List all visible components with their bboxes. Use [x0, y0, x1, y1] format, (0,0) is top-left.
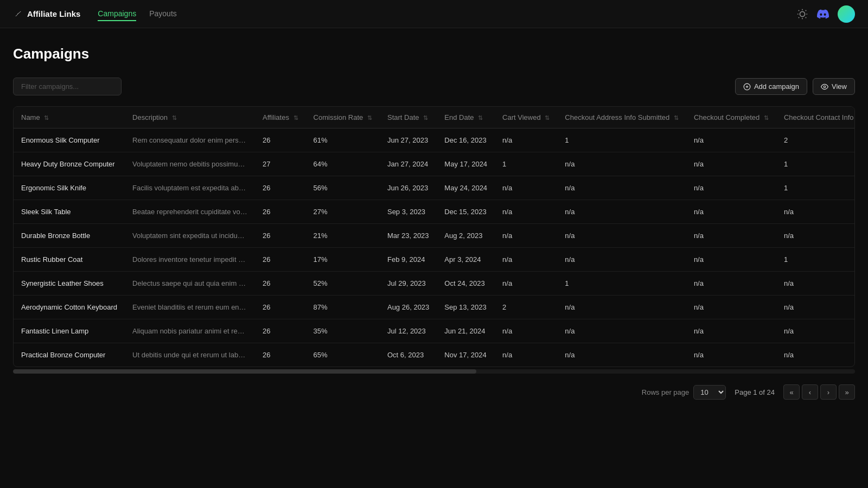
cell-affiliates: 26: [255, 272, 306, 296]
cell-name: Durable Bronze Bottle: [14, 224, 125, 248]
svg-point-4: [824, 86, 826, 88]
cell-checkout-address: n/a: [557, 224, 686, 248]
sort-commission-icon: ⇅: [367, 114, 372, 121]
page-info: Page 1 of 24: [735, 388, 775, 396]
col-affiliates[interactable]: Affiliates ⇅: [255, 107, 306, 129]
col-checkout-completed[interactable]: Checkout Completed ⇅: [686, 107, 776, 129]
sort-description-icon: ⇅: [172, 114, 177, 121]
cell-checkout-completed: n/a: [686, 152, 776, 176]
table-row[interactable]: Practical Bronze Computer Ut debitis und…: [14, 343, 855, 367]
cell-checkout-contact: n/a: [776, 224, 855, 248]
cell-cart-viewed: n/a: [495, 129, 557, 152]
nav-links: Campaigns Payouts: [98, 7, 176, 21]
add-icon: [743, 83, 751, 91]
cell-name: Fantastic Linen Lamp: [14, 319, 125, 343]
sort-checkout-completed-icon: ⇅: [764, 114, 769, 121]
filter-input[interactable]: [13, 78, 122, 95]
table-row[interactable]: Rustic Rubber Coat Dolores inventore ten…: [14, 248, 855, 272]
cell-checkout-contact: 2: [776, 129, 855, 152]
nav-brand[interactable]: ⟋ Affiliate Links: [13, 8, 80, 20]
page-title: Campaigns: [13, 46, 855, 62]
table-row[interactable]: Durable Bronze Bottle Voluptatem sint ex…: [14, 224, 855, 248]
navbar: ⟋ Affiliate Links Campaigns Payouts: [0, 0, 868, 28]
cell-end-date: May 24, 2024: [437, 176, 495, 200]
horizontal-scrollbar[interactable]: [13, 369, 855, 374]
cell-description: Aliquam nobis pariatur animi et recusand…: [125, 319, 255, 343]
cell-description: Voluptatem nemo debitis possimus minus .…: [125, 152, 255, 176]
cell-description: Ut debitis unde qui et rerum ut laborios…: [125, 343, 255, 367]
cell-start-date: Jan 27, 2024: [380, 152, 437, 176]
cell-end-date: Sep 13, 2023: [437, 296, 495, 319]
sort-affiliates-icon: ⇅: [293, 114, 298, 121]
col-checkout-address[interactable]: Checkout Address Info Submitted ⇅: [557, 107, 686, 129]
cell-commission: 21%: [306, 224, 380, 248]
cell-end-date: Jun 21, 2024: [437, 319, 495, 343]
col-commission[interactable]: Comission Rate ⇅: [306, 107, 380, 129]
last-page-button[interactable]: »: [839, 384, 855, 400]
cell-commission: 61%: [306, 129, 380, 152]
col-cart-viewed[interactable]: Cart Viewed ⇅: [495, 107, 557, 129]
cell-end-date: May 17, 2024: [437, 152, 495, 176]
sort-end-date-icon: ⇅: [478, 114, 483, 121]
table-row[interactable]: Fantastic Linen Lamp Aliquam nobis paria…: [14, 319, 855, 343]
affiliate-links-icon: ⟋: [13, 8, 23, 20]
nav-link-campaigns[interactable]: Campaigns: [98, 7, 136, 21]
cell-commission: 52%: [306, 272, 380, 296]
table-row[interactable]: Heavy Duty Bronze Computer Voluptatem ne…: [14, 152, 855, 176]
sort-checkout-address-icon: ⇅: [674, 114, 679, 121]
scrollbar-thumb: [13, 369, 476, 374]
theme-toggle-button[interactable]: [796, 8, 808, 20]
add-campaign-button[interactable]: Add campaign: [735, 78, 807, 95]
next-page-button[interactable]: ›: [820, 384, 837, 400]
table-row[interactable]: Ergonomic Silk Knife Facilis voluptatem …: [14, 176, 855, 200]
cell-checkout-completed: n/a: [686, 319, 776, 343]
cell-end-date: Nov 17, 2024: [437, 343, 495, 367]
cell-checkout-address: n/a: [557, 296, 686, 319]
cell-end-date: Apr 3, 2024: [437, 248, 495, 272]
table-row[interactable]: Enormous Silk Computer Rem consequatur d…: [14, 129, 855, 152]
cell-checkout-contact: n/a: [776, 319, 855, 343]
table-row[interactable]: Aerodynamic Cotton Keyboard Eveniet blan…: [14, 296, 855, 319]
cell-description: Beatae reprehenderit cupiditate voluptas…: [125, 200, 255, 224]
cell-start-date: Jun 26, 2023: [380, 176, 437, 200]
cell-cart-viewed: n/a: [495, 343, 557, 367]
col-description[interactable]: Description ⇅: [125, 107, 255, 129]
view-icon: [821, 83, 828, 91]
table-row[interactable]: Synergistic Leather Shoes Delectus saepe…: [14, 272, 855, 296]
cell-commission: 87%: [306, 296, 380, 319]
avatar[interactable]: [838, 5, 855, 23]
cell-end-date: Oct 24, 2023: [437, 272, 495, 296]
cell-cart-viewed: n/a: [495, 272, 557, 296]
toolbar-right: Add campaign View: [735, 78, 855, 95]
view-button[interactable]: View: [813, 78, 855, 95]
col-name[interactable]: Name ⇅: [14, 107, 125, 129]
prev-page-button[interactable]: ‹: [802, 384, 818, 400]
col-start-date[interactable]: Start Date ⇅: [380, 107, 437, 129]
rows-per-page-select[interactable]: 10 25 50 100: [693, 385, 726, 400]
table-header: Name ⇅ Description ⇅ Affiliates ⇅ Comiss…: [14, 107, 855, 129]
discord-button[interactable]: [817, 8, 829, 20]
table-row[interactable]: Sleek Silk Table Beatae reprehenderit cu…: [14, 200, 855, 224]
cell-checkout-address: n/a: [557, 319, 686, 343]
cell-checkout-completed: n/a: [686, 343, 776, 367]
cell-description: Dolores inventore tenetur impedit simili…: [125, 248, 255, 272]
col-end-date[interactable]: End Date ⇅: [437, 107, 495, 129]
cell-end-date: Aug 2, 2023: [437, 224, 495, 248]
cell-checkout-address: n/a: [557, 152, 686, 176]
cell-affiliates: 27: [255, 152, 306, 176]
rows-per-page-label: Rows per page: [642, 388, 689, 396]
cell-description: Facilis voluptatem est expedita ab nam a…: [125, 176, 255, 200]
cell-description: Eveniet blanditiis et rerum eum enim et …: [125, 296, 255, 319]
cell-cart-viewed: n/a: [495, 200, 557, 224]
cell-commission: 27%: [306, 200, 380, 224]
nav-link-payouts[interactable]: Payouts: [149, 7, 177, 21]
first-page-button[interactable]: «: [783, 384, 800, 400]
cell-checkout-contact: n/a: [776, 200, 855, 224]
cell-start-date: Jul 29, 2023: [380, 272, 437, 296]
cell-name: Synergistic Leather Shoes: [14, 272, 125, 296]
cell-checkout-completed: n/a: [686, 200, 776, 224]
cell-affiliates: 26: [255, 248, 306, 272]
cell-affiliates: 26: [255, 343, 306, 367]
col-checkout-contact[interactable]: Checkout Contact Info Submitted ⇅: [776, 107, 855, 129]
cell-checkout-completed: n/a: [686, 176, 776, 200]
